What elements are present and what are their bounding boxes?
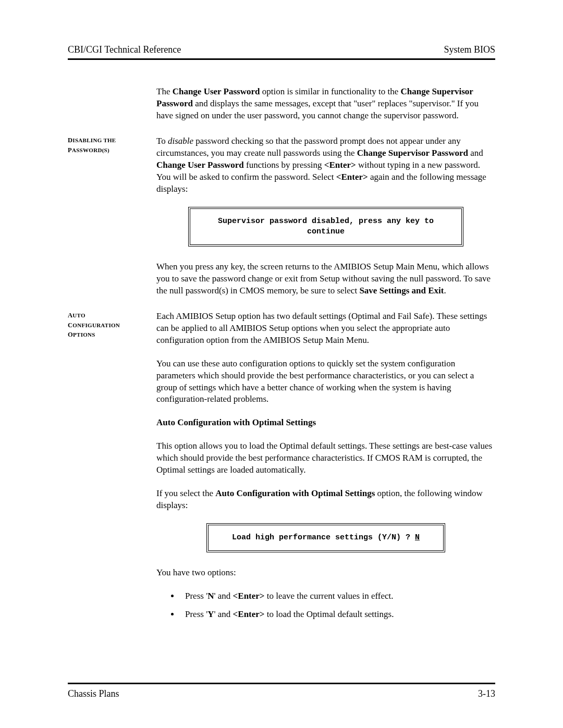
text-fragment: and [468,148,483,158]
text-fragment: . [444,286,446,295]
option-n: Press 'N' and <Enter> to leave the curre… [180,590,495,602]
text-fragment: and displays the same messages, except t… [156,98,479,120]
auto-config-optimal-term: Auto Configuration with Optimal Settings [215,488,375,498]
change-supervisor-password-term: Change Supervisor Password [357,148,468,158]
intro-sidebar [68,86,156,122]
header-right: System BIOS [444,44,495,55]
section-disabling-password: DISABLING THEPASSWORD(S) To disable pass… [68,135,495,297]
save-settings-exit-term: Save Settings and Exit [359,286,444,295]
text-fragment: option is similar in functionality to th… [260,87,401,96]
page-container: CBI/CGI Technical Reference System BIOS … [0,0,563,728]
section2-main: Each AMIBIOS Setup option has two defaul… [156,311,495,627]
section2-p4: If you select the Auto Configuration wit… [156,488,495,512]
page-footer: Chassis Plans 3-13 [68,683,495,699]
text-fragment: ' and [214,609,233,619]
sidebar-label-text: AUTOCONFIGURATIONOPTIONS [68,312,120,339]
text-fragment: to leave the current values in effect. [265,591,394,601]
section2-p3: This option allows you to load the Optim… [156,440,495,476]
intro-row: The Change User Password option is simil… [68,86,495,122]
change-user-password-term: Change User Password [156,160,244,170]
section1-p1: To disable password checking so that the… [156,135,495,195]
section1-p2: When you press any key, the screen retur… [156,261,495,297]
section-auto-config: AUTOCONFIGURATIONOPTIONS Each AMIBIOS Se… [68,311,495,627]
option-y: Press 'Y' and <Enter> to load the Optima… [180,609,495,621]
section1-main: To disable password checking so that the… [156,135,495,297]
enter-key-term: <Enter> [324,160,356,170]
auto-config-optimal-heading: Auto Configuration with Optimal Settings [156,417,495,429]
section2-p5: You have two options: [156,567,495,579]
intro-paragraph: The Change User Password option is simil… [156,86,495,122]
text-fragment: To [156,136,168,146]
section1-label: DISABLING THEPASSWORD(S) [68,135,156,297]
sidebar-label-text: DISABLING THEPASSWORD(S) [68,137,116,154]
enter-key-term: <Enter> [336,172,368,182]
page-header: CBI/CGI Technical Reference System BIOS [68,44,495,60]
footer-right: 3-13 [478,688,495,699]
supervisor-password-disabled-message: Supervisor password disabled, press any … [188,207,463,247]
section2-p2: You can use these auto configuration opt… [156,358,495,406]
text-fragment: The [156,87,173,96]
text-fragment: functions by pressing [244,160,324,170]
enter-key-term: <Enter> [233,591,265,601]
footer-left: Chassis Plans [68,688,119,699]
options-list: Press 'N' and <Enter> to leave the curre… [156,590,495,621]
disable-term: disable [168,136,193,146]
header-left: CBI/CGI Technical Reference [68,44,181,55]
n-key-term: N [207,591,214,601]
change-user-password-term: Change User Password [173,87,260,96]
prompt-text: Load high performance settings (Y/N) ? [232,533,415,542]
intro-main: The Change User Password option is simil… [156,86,495,122]
section2-label: AUTOCONFIGURATIONOPTIONS [68,311,156,627]
prompt-default-value: N [415,533,420,542]
text-fragment: If you select the [156,488,215,498]
load-high-performance-prompt: Load high performance settings (Y/N) ? N [206,523,445,552]
section2-p1: Each AMIBIOS Setup option has two defaul… [156,311,495,347]
text-fragment: ' and [214,591,233,601]
text-fragment: Press ' [185,591,207,601]
text-fragment: Press ' [185,609,207,619]
y-key-term: Y [207,609,214,619]
enter-key-term: <Enter> [233,609,265,619]
text-fragment: to load the Optimal default settings. [265,609,394,619]
